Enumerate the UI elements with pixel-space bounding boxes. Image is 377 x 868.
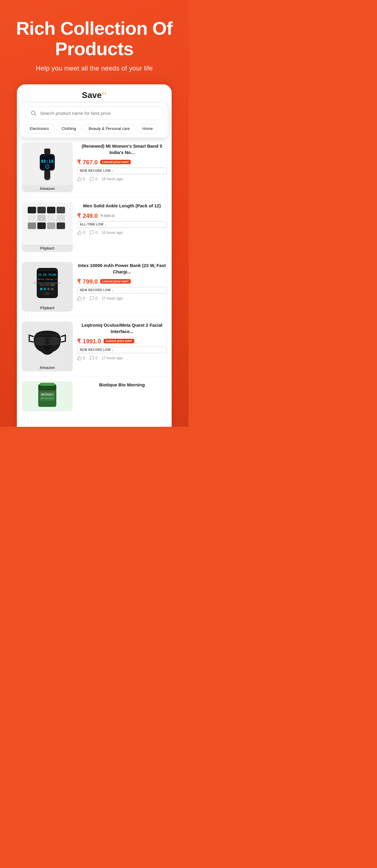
price-current: ₹ 1991.0 xyxy=(77,338,101,345)
svg-line-1 xyxy=(35,114,36,116)
product-details: Biotique Bio Morning xyxy=(77,381,167,411)
product-details: Men Solid Ankle Length (Pack of 12) ₹ 24… xyxy=(77,202,167,252)
svg-point-10 xyxy=(45,178,50,180)
store-badge: Amazon xyxy=(22,185,73,192)
likes[interactable]: 0 xyxy=(77,355,85,361)
product-item[interactable]: Flipkart Men Solid Ankle Length (Pack of… xyxy=(17,197,172,257)
like-icon xyxy=(77,296,82,301)
like-icon xyxy=(77,230,82,235)
svg-point-32 xyxy=(40,288,42,290)
likes[interactable]: 0 xyxy=(77,230,85,235)
svg-rect-18 xyxy=(57,215,65,221)
svg-rect-14 xyxy=(57,207,65,213)
timestamp: 16 hours ago xyxy=(101,230,123,235)
category-beauty[interactable]: Beauty & Personal care xyxy=(83,124,135,133)
product-details: Intex 10000 mAh Power Bank (22 W, Fast C… xyxy=(77,262,167,312)
search-bar[interactable] xyxy=(25,106,164,120)
timestamp: 16 hours ago xyxy=(101,177,123,181)
record-badge: NEW RECORD LOW ↓ xyxy=(77,287,167,293)
svg-rect-30 xyxy=(45,284,49,286)
search-input[interactable] xyxy=(40,111,158,116)
price-row: ₹ 1991.0 Lowest price ever! xyxy=(77,338,167,345)
comment-icon xyxy=(90,230,94,235)
svg-point-34 xyxy=(47,288,50,290)
category-clothing[interactable]: Clothing xyxy=(57,124,81,133)
record-badge: NEW RECORD LOW ↓ xyxy=(77,167,167,174)
category-home[interactable]: Home xyxy=(137,124,158,133)
like-icon xyxy=(77,355,82,361)
product-name: Leqtroniq Oculus/Meta Quest 2 Facial Int… xyxy=(77,322,167,335)
price-current: ₹ 767.0 xyxy=(77,158,98,166)
product-item[interactable]: 08:16 ♥ Amazon (Renewed) Mi Women' xyxy=(17,138,172,197)
product-item[interactable]: BIOTIQUE BIO MORNING Biotique Bio Mornin… xyxy=(17,376,172,421)
svg-rect-13 xyxy=(47,207,56,213)
svg-text:Quick Charge ++: Quick Charge ++ xyxy=(38,278,57,281)
store-badge: Flipkart xyxy=(22,244,73,252)
product-name: Intex 10000 mAh Power Bank (22 W, Fast C… xyxy=(77,262,167,275)
product-details: (Renewed) Mi Women's Smart Band 5 India'… xyxy=(77,143,167,192)
svg-rect-31 xyxy=(50,284,55,286)
svg-point-35 xyxy=(51,288,53,290)
comments[interactable]: 0 xyxy=(90,296,98,301)
biotique-svg: BIOTIQUE BIO MORNING xyxy=(34,383,61,410)
price-current: ₹ 249.0 xyxy=(77,212,98,219)
products-list: 08:16 ♥ Amazon (Renewed) Mi Women' xyxy=(17,138,172,427)
svg-rect-29 xyxy=(40,284,44,286)
product-item[interactable]: Amazon Leqtroniq Oculus/Meta Quest 2 Fac… xyxy=(17,317,172,376)
record-badge: NEW RECORD LOW ↓ xyxy=(77,347,167,353)
product-image: 08:16 ♥ Amazon xyxy=(22,143,73,192)
svg-rect-20 xyxy=(37,222,46,229)
likes[interactable]: 0 xyxy=(77,296,85,301)
smartband-svg: 08:16 ♥ xyxy=(35,147,59,180)
comment-icon xyxy=(90,355,94,361)
app-header: Save++ xyxy=(17,84,172,103)
comments[interactable]: 0 xyxy=(90,230,98,235)
comment-icon xyxy=(90,296,94,301)
product-item[interactable]: 25 50 75100 Quick Charge ++ SUPER FAST C… xyxy=(17,257,172,317)
price-row: ₹ 767.0 Lowest price ever! xyxy=(77,158,167,166)
comments[interactable]: 0 xyxy=(90,355,98,361)
comment-icon xyxy=(90,177,94,181)
product-meta: 0 0 16 hours ago xyxy=(77,177,167,181)
category-electronics[interactable]: Electronics xyxy=(25,124,54,133)
price-badge: Lowest price ever! xyxy=(100,160,131,164)
category-pills: Electronics Clothing Beauty & Personal c… xyxy=(25,124,164,138)
likes[interactable]: 0 xyxy=(77,177,85,181)
svg-rect-12 xyxy=(37,207,46,213)
product-details: Leqtroniq Oculus/Meta Quest 2 Facial Int… xyxy=(77,321,167,371)
svg-rect-37 xyxy=(46,293,49,294)
svg-rect-17 xyxy=(47,215,56,221)
store-badge: Flipkart xyxy=(22,304,73,312)
app-logo: Save++ xyxy=(24,90,164,100)
socks-svg xyxy=(26,205,68,241)
svg-rect-45 xyxy=(40,383,55,386)
price-row: ₹ 249.0 ₹ 686.0 xyxy=(77,212,167,219)
hero-subtitle: Help you meet all the needs of your life xyxy=(12,64,176,72)
svg-rect-2 xyxy=(44,149,50,154)
svg-rect-22 xyxy=(57,222,65,229)
price-row: ₹ 799.0 Lowest price ever! xyxy=(77,278,167,285)
record-badge: ALL-TIME LOW ↓ xyxy=(77,221,167,228)
price-current: ₹ 799.0 xyxy=(77,278,98,285)
product-meta: 0 0 16 hours ago xyxy=(77,230,167,235)
comments[interactable]: 0 xyxy=(90,177,98,181)
search-icon xyxy=(30,110,36,116)
product-image: 25 50 75100 Quick Charge ++ SUPER FAST C… xyxy=(22,262,73,312)
price-badge: Lowest price ever! xyxy=(104,339,134,343)
timestamp: 17 hours ago xyxy=(101,296,123,301)
svg-text:BIO MORNING: BIO MORNING xyxy=(41,398,53,399)
vr-svg xyxy=(28,324,67,361)
svg-rect-11 xyxy=(28,207,36,213)
product-name: Men Solid Ankle Length (Pack of 12) xyxy=(77,203,167,209)
product-image: Amazon xyxy=(22,321,73,371)
svg-point-33 xyxy=(44,288,46,290)
price-original: ₹ 686.0 xyxy=(100,213,115,218)
svg-text:25 50 75100: 25 50 75100 xyxy=(38,273,56,276)
hero-section: Save++ Rich Collection Of Products Help … xyxy=(0,0,188,427)
app-card: Save++ Electronics Clothing Beauty & Per… xyxy=(17,84,172,427)
store-badge: Amazon xyxy=(22,364,73,371)
svg-rect-15 xyxy=(28,215,36,221)
price-badge: Lowest price ever! xyxy=(100,279,131,284)
product-name: (Renewed) Mi Women's Smart Band 5 India'… xyxy=(77,143,167,156)
svg-rect-16 xyxy=(37,215,46,221)
